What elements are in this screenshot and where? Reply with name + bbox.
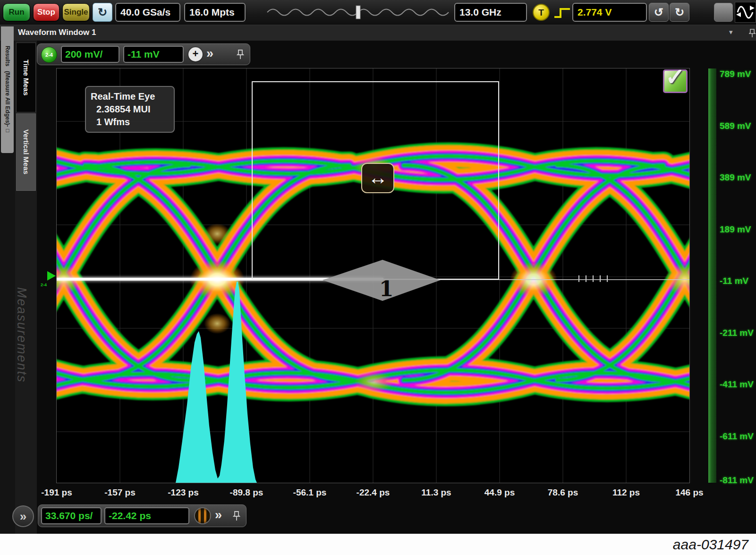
vertical-gauge-bar (708, 68, 716, 483)
trigger-level-field[interactable]: 2.774 V (572, 3, 647, 22)
waveform-scale-button[interactable] (735, 2, 756, 23)
trigger-badge[interactable]: T (533, 4, 550, 21)
plus-icon: + (193, 48, 199, 60)
channel-pin-icon[interactable] (237, 49, 244, 60)
vertical-offset-field[interactable]: -11 mV (123, 46, 184, 63)
x-axis-label: 44.9 ps (474, 487, 526, 498)
stop-button[interactable]: Stop (33, 3, 59, 21)
timebase-position-field[interactable]: -22.42 ps (104, 507, 189, 524)
eye-info-mui: 2.36854 MUI (91, 103, 169, 116)
run-button[interactable]: Run (3, 3, 30, 21)
redo-icon: ↻ (675, 6, 684, 18)
x-axis-label: -123 ps (157, 487, 209, 498)
y-axis-label: 589 mV (720, 121, 751, 131)
figure-label: aaa-031497 (673, 537, 748, 553)
ruler-tick (600, 275, 601, 282)
y-axis-label: -11 mV (720, 276, 748, 286)
window-menu-chevron-down-icon[interactable]: ▾ (729, 28, 733, 36)
horizontal-position-slider[interactable] (265, 4, 450, 20)
y-axis-label: 189 mV (720, 224, 751, 235)
refresh-icon: ↻ (98, 6, 107, 18)
ruler-tick (607, 275, 608, 282)
trigger-slope-icon (552, 6, 572, 20)
tab-vertical-meas[interactable]: Vertical Meas (16, 113, 36, 191)
x-axis-label: -89.8 ps (221, 487, 272, 498)
measurements-watermark: Measurements (14, 287, 29, 383)
expand-chevrons-icon[interactable]: » (215, 508, 222, 522)
display-enable-checkbox[interactable]: ✓ (663, 69, 688, 93)
y-axis-label: -411 mV (720, 379, 754, 390)
window-pin-icon[interactable] (749, 28, 756, 38)
expand-chevrons-icon[interactable]: » (206, 46, 213, 61)
marker-label: 1 (379, 277, 394, 301)
y-axis-label: -611 mV (720, 431, 754, 442)
add-source-button[interactable]: + (188, 47, 203, 61)
x-axis-label: 112 ps (600, 487, 652, 498)
single-button[interactable]: Single (62, 3, 90, 21)
x-axis-label: 11.3 ps (410, 487, 462, 498)
x-axis-label: -157 ps (94, 487, 146, 498)
channel-badge[interactable]: 2-4 (41, 47, 57, 63)
bandwidth-field[interactable]: 13.0 GHz (454, 3, 527, 22)
ruler-tick (578, 275, 579, 282)
window-title: Waveform Window 1 (18, 28, 96, 37)
touch-refresh-button[interactable]: ↻ (93, 3, 112, 22)
horizontal-settings-button[interactable] (714, 3, 733, 22)
figure-strip: aaa-031497 (0, 534, 756, 555)
horizontal-drag-handle[interactable]: ↔ (361, 163, 394, 193)
oscilloscope-app: Run Stop Single ↻ 40.0 GSa/s 16.0 Mpts 1… (0, 0, 756, 555)
ruler-tick (593, 275, 594, 282)
chevrons-icon: » (20, 509, 26, 523)
x-axis-label: -56.1 ps (284, 487, 336, 498)
expand-panel-button[interactable]: » (12, 505, 34, 527)
window-titlebar: Waveform Window 1 ▾ (0, 25, 756, 41)
x-axis-label: 78.6 ps (537, 487, 589, 498)
waveform-plot[interactable]: ↔ 1 Real-Time Eye 2.36854 MUI 1 Wfms ✓ (57, 68, 689, 483)
y-axis-label: 389 mV (720, 172, 751, 183)
y-axis-label: -811 mV (720, 475, 754, 486)
slider-handle[interactable] (356, 6, 360, 19)
knob-icon[interactable] (194, 507, 211, 524)
memory-depth-field[interactable]: 16.0 Mpts (184, 3, 246, 22)
x-axis-label: 146 ps (663, 487, 715, 498)
horizontal-arrow-icon: ↔ (368, 166, 388, 188)
marker-diamond[interactable]: 1 (318, 257, 445, 303)
x-axis-label: -22.4 ps (347, 487, 399, 498)
ground-marker-icon[interactable] (47, 271, 56, 281)
eye-info-title: Real-Time Eye (91, 90, 169, 103)
y-axis-label: 789 mV (720, 69, 751, 79)
results-tab[interactable]: Results (Measure All Edges)-□ (1, 26, 14, 153)
timebase-control-bar: 33.670 ps/ -22.42 ps » (38, 504, 246, 527)
tab-time-meas[interactable]: Time Meas (16, 43, 36, 112)
top-toolbar: Run Stop Single ↻ 40.0 GSa/s 16.0 Mpts 1… (0, 0, 756, 25)
redo-button[interactable]: ↻ (670, 3, 689, 22)
x-axis-label: -191 ps (31, 487, 83, 498)
ruler-tick (586, 275, 586, 282)
eye-info-box: Real-Time Eye 2.36854 MUI 1 Wfms (85, 86, 175, 133)
check-icon: ✓ (665, 68, 685, 91)
timebase-pin-icon[interactable] (233, 511, 240, 522)
undo-icon: ↺ (654, 6, 663, 18)
vertical-scale-field[interactable]: 200 mV/ (61, 46, 119, 63)
channel-control-bar: 2-4 200 mV/ -11 mV + » (37, 43, 250, 65)
undo-button[interactable]: ↺ (649, 3, 669, 22)
timebase-scale-field[interactable]: 33.670 ps/ (41, 507, 102, 524)
ground-marker-label: 2-4 (41, 282, 47, 287)
sample-rate-field[interactable]: 40.0 GSa/s (115, 3, 180, 22)
eye-info-wfms: 1 Wfms (91, 116, 169, 128)
sine-arrows-icon (735, 2, 756, 22)
y-axis-label: -211 mV (720, 328, 754, 338)
